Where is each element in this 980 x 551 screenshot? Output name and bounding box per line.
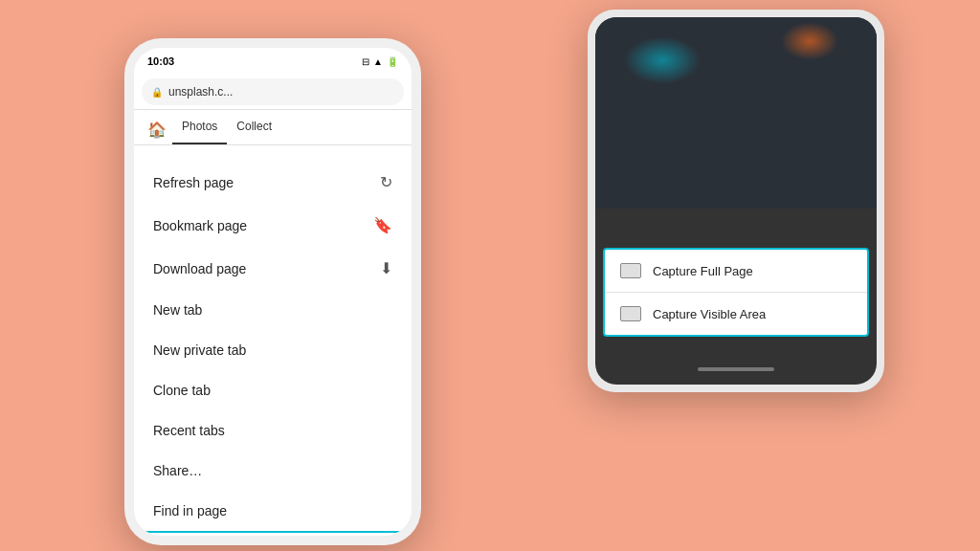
- tab-photos[interactable]: Photos: [172, 114, 227, 144]
- full-page-thumb-icon: [620, 263, 641, 278]
- sim-icon: ⊟: [362, 56, 369, 67]
- status-time: 10:03: [147, 55, 174, 67]
- capture-popup: Capture Full Page Capture Visible Area: [603, 248, 869, 337]
- menu-new-tab-label: New tab: [153, 302, 202, 318]
- bookmark-icon: 🔖: [373, 216, 392, 234]
- address-bar[interactable]: 🔒 unsplash.c...: [142, 78, 404, 105]
- menu-download-label: Download page: [153, 261, 246, 276]
- home-bar: [698, 367, 774, 371]
- menu-private-tab-label: New private tab: [153, 342, 246, 358]
- dropdown-menu: Refresh page ↻ Bookmark page 🔖 Download …: [134, 161, 412, 536]
- menu-item-capture[interactable]: Capture page: [134, 531, 412, 536]
- menu-item-new-tab[interactable]: New tab: [134, 290, 412, 330]
- home-button[interactable]: 🏠: [142, 114, 172, 144]
- lock-icon: 🔒: [151, 87, 163, 98]
- menu-item-private-tab[interactable]: New private tab: [134, 330, 412, 370]
- url-text: unsplash.c...: [168, 85, 233, 99]
- capture-preview-image: [595, 17, 877, 209]
- right-phone: Capture Full Page Capture Visible Area: [588, 10, 884, 392]
- wifi-icon: ▲: [373, 56, 383, 67]
- menu-item-clone-tab[interactable]: Clone tab: [134, 370, 412, 410]
- menu-bookmark-label: Bookmark page: [153, 218, 247, 233]
- teal-splash: [624, 36, 701, 84]
- browser-chrome: 🔒 unsplash.c...: [134, 75, 412, 110]
- capture-full-page-option[interactable]: Capture Full Page: [605, 250, 867, 293]
- menu-refresh-label: Refresh page: [153, 175, 234, 190]
- left-phone-screen: 10:03 ⊟ ▲ 🔋 🔒 unsplash.c... 🏠 Photos Col…: [134, 48, 412, 536]
- menu-item-refresh[interactable]: Refresh page ↻: [134, 161, 412, 204]
- capture-visible-area-label: Capture Visible Area: [653, 307, 766, 321]
- menu-item-bookmark[interactable]: Bookmark page 🔖: [134, 204, 412, 247]
- right-phone-screen: Capture Full Page Capture Visible Area: [595, 17, 877, 385]
- menu-clone-tab-label: Clone tab: [153, 383, 211, 398]
- orange-splash: [781, 22, 838, 60]
- menu-recent-tabs-label: Recent tabs: [153, 423, 225, 438]
- menu-find-label: Find in page: [153, 503, 227, 518]
- capture-visible-area-option[interactable]: Capture Visible Area: [605, 293, 867, 335]
- visible-area-thumb-icon: [620, 306, 641, 321]
- browser-tabs: 🏠 Photos Collect: [134, 110, 412, 145]
- status-bar: 10:03 ⊟ ▲ 🔋: [134, 48, 412, 75]
- capture-full-page-label: Capture Full Page: [653, 264, 753, 278]
- tab-collect[interactable]: Collect: [227, 114, 281, 144]
- refresh-icon: ↻: [380, 173, 392, 191]
- menu-item-find[interactable]: Find in page: [134, 491, 412, 531]
- left-phone: 10:03 ⊟ ▲ 🔋 🔒 unsplash.c... 🏠 Photos Col…: [124, 38, 421, 545]
- menu-item-download[interactable]: Download page ⬇: [134, 247, 412, 290]
- download-icon: ⬇: [380, 259, 392, 277]
- menu-item-recent-tabs[interactable]: Recent tabs: [134, 410, 412, 451]
- tab-labels: Photos Collect: [172, 114, 404, 144]
- menu-share-label: Share…: [153, 463, 202, 478]
- status-icons: ⊟ ▲ 🔋: [362, 56, 398, 67]
- battery-icon: 🔋: [387, 56, 398, 67]
- menu-item-share[interactable]: Share…: [134, 451, 412, 491]
